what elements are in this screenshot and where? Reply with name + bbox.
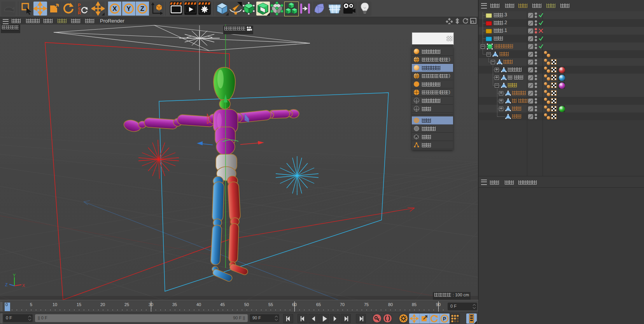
svg-text:Y: Y: [126, 5, 131, 12]
svg-text:X: X: [112, 5, 117, 12]
svg-text:P: P: [443, 316, 446, 322]
svg-text:R: R: [78, 11, 81, 15]
svg-text:Z: Z: [5, 282, 8, 287]
svg-text:Z: Z: [140, 5, 144, 12]
svg-text:Y: Y: [13, 273, 16, 278]
svg-text:X: X: [22, 283, 25, 288]
